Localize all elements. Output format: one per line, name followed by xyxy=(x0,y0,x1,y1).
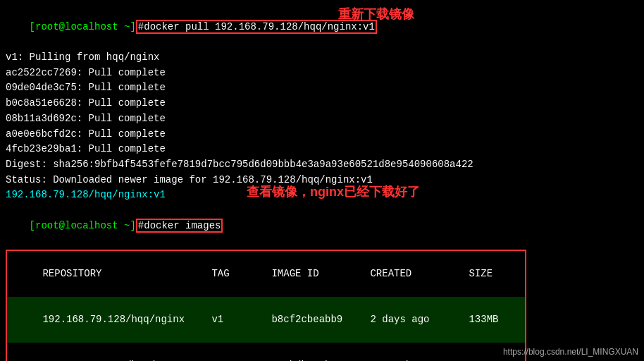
cell-size-nginx: 133MB xyxy=(469,312,525,328)
prompt-1: [root@localhost ~] xyxy=(30,21,136,32)
col-header-created: CREATED xyxy=(370,267,469,282)
command-line-2: [root@localhost ~]#docker images xyxy=(6,203,638,249)
cell-created-tomcat: 2 months ago xyxy=(370,358,469,361)
cell-size-tomcat: 649MB xyxy=(469,358,525,361)
terminal: [root@localhost ~]#docker pull 192.168.7… xyxy=(0,0,644,361)
pull-output-7: 4fcb23e29ba1: Pull complete xyxy=(6,142,638,157)
cell-id-tomcat: 040bdb29ab37 xyxy=(271,358,370,361)
downloaded-text: Downloaded xyxy=(53,174,112,185)
cell-tag-tomcat: v1 xyxy=(211,358,271,361)
table-row-nginx: 192.168.79.128/hqq/nginxv1b8cf2cbeabb92 … xyxy=(7,297,525,343)
pull-output-4: b0c8a51e6628: Pull complete xyxy=(6,96,638,111)
command-line-1: [root@localhost ~]#docker pull 192.168.7… xyxy=(6,4,638,50)
table-row-tomcat: 192.168.79.128/hqq/tomcatv1040bdb29ab372… xyxy=(7,343,525,361)
cell-repo-tomcat: 192.168.79.128/hqq/tomcat xyxy=(42,358,211,361)
pull-output-5: 08b11a3d692c: Pull complete xyxy=(6,111,638,127)
digest-line: Digest: sha256:9bfb4f5453fefe7819d7bcc79… xyxy=(6,157,638,173)
col-header-id: IMAGE ID xyxy=(271,267,370,282)
prompt-2: [root@localhost ~] xyxy=(30,220,136,231)
cell-created-nginx: 2 days ago xyxy=(370,312,469,328)
docker-images-cmd: #docker images xyxy=(136,219,223,233)
cell-tag-nginx: v1 xyxy=(211,312,271,328)
pull-output-2: ac2522cc7269: Pull complete xyxy=(6,66,638,81)
table-header: REPOSITORYTAGIMAGE IDCREATEDSIZE xyxy=(7,251,525,297)
cell-id-nginx: b8cf2cbeabb9 xyxy=(271,312,370,328)
annotation-nginx-downloaded: 查看镜像，nginx已经下载好了 xyxy=(247,183,420,200)
pull-output-1: v1: Pulling from hqq/nginx xyxy=(6,50,638,66)
annotation-redownload: 重新下载镜像 xyxy=(338,6,414,23)
col-header-repo: REPOSITORY xyxy=(42,267,211,282)
col-header-tag: TAG xyxy=(211,267,271,282)
watermark: https://blog.csdn.net/LI_MINGXUAN xyxy=(503,347,638,357)
cell-repo-nginx: 192.168.79.128/hqq/nginx xyxy=(42,312,211,328)
images-table: REPOSITORYTAGIMAGE IDCREATEDSIZE 192.168… xyxy=(6,250,526,361)
pull-output-3: 09de04de3c75: Pull complete xyxy=(6,80,638,96)
pull-output-6: a0e0e6bcfd2c: Pull complete xyxy=(6,127,638,142)
col-header-size: SIZE xyxy=(469,267,525,282)
